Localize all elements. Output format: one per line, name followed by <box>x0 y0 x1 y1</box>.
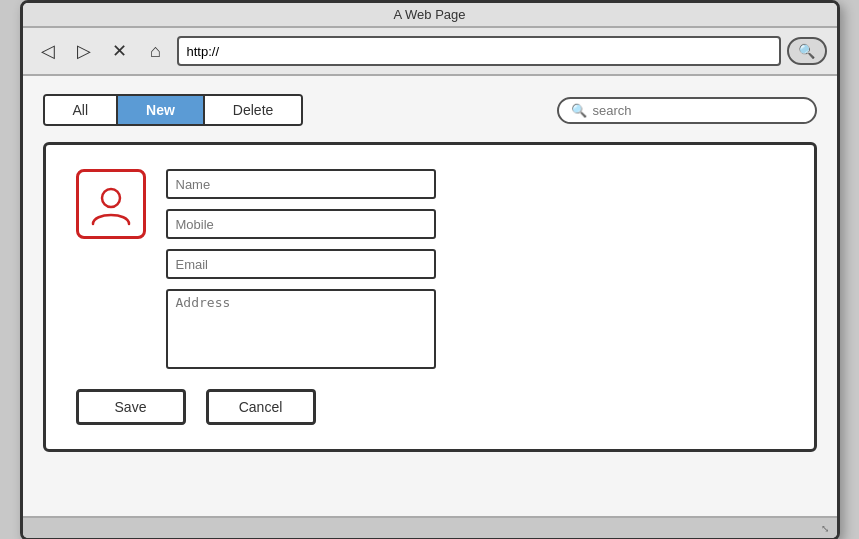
status-bar: ⤡ <box>23 516 837 538</box>
close-button[interactable]: ✕ <box>105 36 135 66</box>
address-input[interactable] <box>166 289 436 369</box>
forward-button[interactable]: ▷ <box>69 36 99 66</box>
avatar-icon <box>89 182 133 226</box>
toolbar: ◁ ▷ ✕ ⌂ 🔍 <box>23 28 837 76</box>
search-input[interactable] <box>593 103 803 118</box>
close-icon: ✕ <box>112 40 127 62</box>
toolbar-search-button[interactable]: 🔍 <box>787 37 827 65</box>
window-title: A Web Page <box>393 7 465 22</box>
home-button[interactable]: ⌂ <box>141 36 171 66</box>
resize-handle[interactable]: ⤡ <box>819 522 831 534</box>
browser-window: A Web Page ◁ ▷ ✕ ⌂ 🔍 All New <box>20 0 840 539</box>
address-bar[interactable] <box>177 36 781 66</box>
tab-group: All New Delete <box>43 94 304 126</box>
forward-icon: ▷ <box>77 40 91 62</box>
content-area: All New Delete 🔍 <box>23 76 837 516</box>
email-input[interactable] <box>166 249 436 279</box>
home-icon: ⌂ <box>150 41 161 62</box>
toolbar-search-icon: 🔍 <box>798 43 815 59</box>
form-fields <box>166 169 784 369</box>
title-bar: A Web Page <box>23 3 837 28</box>
back-icon: ◁ <box>41 40 55 62</box>
tab-new[interactable]: New <box>118 96 205 124</box>
search-bar: 🔍 <box>557 97 817 124</box>
form-top <box>76 169 784 369</box>
avatar <box>76 169 146 239</box>
form-actions: Save Cancel <box>76 389 784 425</box>
form-card: Save Cancel <box>43 142 817 452</box>
save-button[interactable]: Save <box>76 389 186 425</box>
cancel-button[interactable]: Cancel <box>206 389 316 425</box>
tab-all[interactable]: All <box>45 96 119 124</box>
search-icon: 🔍 <box>571 103 587 118</box>
tab-delete[interactable]: Delete <box>205 96 301 124</box>
tab-bar: All New Delete 🔍 <box>43 94 817 126</box>
back-button[interactable]: ◁ <box>33 36 63 66</box>
svg-point-0 <box>102 189 120 207</box>
mobile-input[interactable] <box>166 209 436 239</box>
name-input[interactable] <box>166 169 436 199</box>
